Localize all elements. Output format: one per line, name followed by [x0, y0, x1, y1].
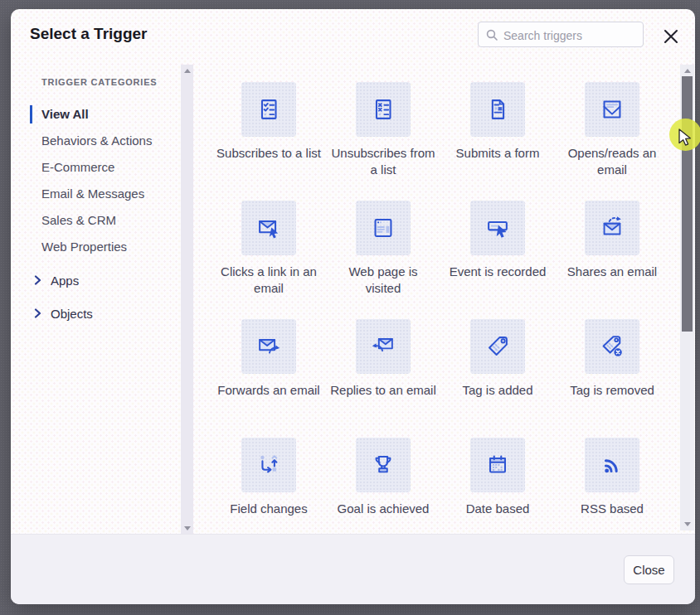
trigger-tile-webpage-visited[interactable]: Web page is visited [326, 201, 440, 319]
form-document-icon [484, 95, 512, 123]
trigger-tile-forwards-email[interactable]: Forwards an email [211, 319, 326, 438]
trigger-tile-shares-email[interactable]: Shares an email [555, 201, 669, 319]
tile-label: Goal is achieved [330, 501, 436, 517]
sidebar-item-label: Apps [51, 274, 79, 288]
close-button[interactable]: Close [624, 555, 674, 584]
chevron-right-icon [33, 275, 42, 285]
sidebar-item-view-all[interactable]: View All [41, 104, 89, 124]
tile-label: Tag is removed [559, 382, 665, 399]
scroll-down-icon[interactable] [184, 526, 191, 530]
forward-email-icon [255, 332, 283, 361]
sidebar-item-behaviors-actions[interactable]: Behaviors & Actions [41, 131, 152, 151]
tile-label: Replies to an email [330, 382, 436, 399]
trigger-grid: Subscribes to a list Unsubscribes from a… [211, 82, 669, 556]
trophy-icon [369, 451, 397, 479]
tag-add-icon [484, 332, 512, 361]
field-change-icon [255, 451, 283, 479]
sidebar-item-label: Objects [51, 307, 93, 321]
tile-label: Forwards an email [216, 382, 322, 399]
tile-label: Submits a form [445, 145, 551, 162]
email-click-icon [255, 214, 283, 242]
scroll-down-icon[interactable] [684, 522, 691, 526]
search-icon [486, 29, 498, 41]
trigger-tile-subscribes-list[interactable]: Subscribes to a list [211, 82, 326, 201]
sidebar-item-sales-crm[interactable]: Sales & CRM [41, 211, 116, 230]
open-email-icon [598, 95, 626, 123]
sidebar-item-web-properties[interactable]: Web Properties [41, 237, 127, 257]
trigger-tile-clicks-link[interactable]: Clicks a link in an email [211, 201, 326, 319]
select-trigger-modal: Select a Trigger TRIGGER CATEGORIES View… [11, 9, 695, 604]
event-cursor-icon [484, 214, 512, 242]
tile-label: Web page is visited [330, 264, 436, 297]
search-input[interactable] [502, 23, 642, 47]
sidebar-heading: TRIGGER CATEGORIES [41, 77, 157, 87]
sidebar-item-e-commerce[interactable]: E-Commerce [41, 157, 114, 177]
trigger-tile-event-recorded[interactable]: Event is recorded [440, 201, 555, 319]
scroll-up-icon[interactable] [184, 69, 191, 73]
trigger-tile-replies-email[interactable]: Replies to an email [326, 319, 440, 438]
tile-label: Clicks a link in an email [216, 264, 322, 297]
tile-label: Unsubscribes from a list [330, 145, 436, 178]
trigger-tile-unsubscribes-list[interactable]: Unsubscribes from a list [326, 82, 440, 201]
trigger-tile-opens-email[interactable]: Opens/reads an email [555, 82, 669, 201]
checklist-check-icon [255, 95, 283, 123]
trigger-tile-tag-removed[interactable]: Tag is removed [555, 319, 669, 438]
tile-label: Shares an email [559, 264, 665, 280]
search-box [478, 22, 644, 47]
page-title: Select a Trigger [30, 25, 148, 43]
sidebar-item-apps[interactable]: Apps [33, 270, 79, 290]
reply-email-icon [369, 332, 397, 361]
scrollbar-thumb[interactable] [682, 76, 693, 332]
screen-backdrop: Select a Trigger TRIGGER CATEGORIES View… [0, 0, 700, 615]
tile-label: Opens/reads an email [559, 145, 665, 178]
sidebar-scrollbar[interactable] [181, 65, 193, 535]
trigger-tile-submits-form[interactable]: Submits a form [440, 82, 555, 201]
chevron-right-icon [33, 308, 42, 318]
tile-label: Field changes [216, 501, 322, 517]
tile-label: Subscribes to a list [216, 145, 322, 162]
close-icon[interactable] [660, 27, 682, 48]
modal-footer: Close [11, 534, 695, 604]
sidebar-item-email-messages[interactable]: Email & Messages [41, 184, 144, 204]
share-email-icon [598, 214, 626, 242]
checklist-x-icon [369, 95, 397, 123]
calendar-icon [484, 451, 512, 479]
rss-icon [598, 451, 626, 479]
tile-label: Tag is added [445, 382, 551, 399]
tile-label: RSS based [559, 501, 665, 517]
tile-label: Date based [445, 501, 551, 517]
sidebar-item-objects[interactable]: Objects [33, 303, 93, 323]
scroll-up-icon[interactable] [684, 69, 691, 73]
trigger-tile-tag-added[interactable]: Tag is added [440, 319, 555, 438]
tag-remove-icon [598, 332, 626, 361]
tile-label: Event is recorded [445, 264, 551, 280]
webpage-icon [369, 214, 397, 242]
main-scrollbar[interactable] [680, 65, 694, 530]
selected-indicator [30, 105, 32, 123]
